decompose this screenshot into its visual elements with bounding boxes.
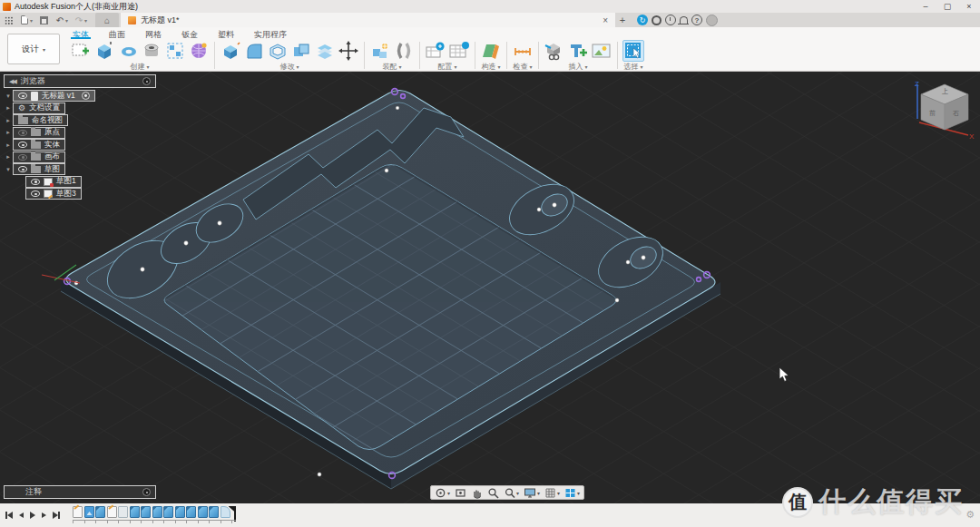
sketch1-label[interactable]: 草图1 bbox=[56, 176, 76, 187]
close-button[interactable]: × bbox=[958, 0, 980, 13]
tree-row-sketch1[interactable]: 草图1 bbox=[4, 176, 95, 189]
notifications-bell-icon[interactable] bbox=[680, 16, 688, 24]
canvases-visibility-eye-icon[interactable] bbox=[18, 154, 27, 161]
canvases-label[interactable]: 画布 bbox=[44, 151, 60, 162]
insert-image-button[interactable] bbox=[591, 40, 612, 62]
pattern-button[interactable] bbox=[164, 40, 186, 62]
document-settings-label[interactable]: 文档设置 bbox=[29, 102, 60, 113]
insert-mesh-button[interactable] bbox=[567, 40, 589, 62]
job-status-icon[interactable]: ↻ bbox=[637, 15, 648, 25]
tree-row-sketches[interactable]: ▾ 草图 bbox=[4, 163, 95, 176]
pan-button[interactable] bbox=[471, 487, 483, 499]
timeline-play-button[interactable] bbox=[30, 512, 35, 519]
expand-icon[interactable]: ▸ bbox=[4, 129, 13, 136]
timeline-step-forward-button[interactable] bbox=[42, 512, 46, 518]
split-body-button[interactable] bbox=[314, 40, 336, 62]
timeline-go-to-end-button[interactable] bbox=[53, 512, 60, 519]
derive-button[interactable] bbox=[544, 40, 565, 62]
help-icon[interactable]: ? bbox=[691, 15, 702, 25]
modeling-viewport[interactable]: ◀◀ 浏览器 ▾ 无标题 v1 ▸ ⚙ 文档设置 ▸ 命名视图 bbox=[0, 72, 980, 503]
group-insert-label[interactable]: 插入▾ bbox=[568, 62, 587, 72]
tab-utilities[interactable]: 实用程序 bbox=[252, 29, 289, 39]
named-views-label[interactable]: 命名视图 bbox=[32, 115, 63, 126]
document-tab-close-icon[interactable]: × bbox=[603, 15, 608, 25]
form-button[interactable] bbox=[188, 40, 210, 62]
timeline-item-extrude[interactable] bbox=[186, 506, 196, 518]
new-tab-button[interactable]: + bbox=[615, 14, 630, 26]
create-sketch-button[interactable] bbox=[70, 40, 92, 62]
offline-status-icon[interactable] bbox=[652, 15, 662, 25]
group-modify-label[interactable]: 修改▾ bbox=[279, 62, 299, 72]
redo-caret-icon[interactable]: ▾ bbox=[84, 17, 90, 24]
group-create-label[interactable]: 创建▾ bbox=[130, 62, 149, 72]
browser-panel-header[interactable]: ◀◀ 浏览器 bbox=[4, 74, 156, 88]
extrude-button[interactable] bbox=[93, 40, 115, 62]
tree-row-canvases[interactable]: ▸ 画布 bbox=[4, 151, 95, 164]
document-tab[interactable]: 无标题 v1* × bbox=[121, 13, 615, 27]
expand-icon[interactable]: ▸ bbox=[4, 117, 13, 124]
tab-sheetmetal[interactable]: 钣金 bbox=[180, 29, 200, 39]
expand-icon[interactable]: ▸ bbox=[4, 153, 13, 161]
comments-panel-header[interactable]: 注释 bbox=[4, 485, 156, 499]
tab-plastic[interactable]: 塑料 bbox=[216, 29, 236, 39]
timeline-item-extrude[interactable] bbox=[198, 506, 208, 518]
root-label[interactable]: 无标题 v1 bbox=[42, 91, 75, 102]
bodies-visibility-eye-icon[interactable] bbox=[18, 142, 27, 148]
workspace-selector-design[interactable]: 设计▾ bbox=[7, 34, 60, 64]
grid-snap-button[interactable]: ▾ bbox=[544, 487, 560, 499]
root-visibility-eye-icon[interactable] bbox=[18, 93, 27, 99]
origin-visibility-eye-icon[interactable] bbox=[18, 130, 27, 136]
view-cube[interactable]: Z X 上 前 右 bbox=[912, 79, 977, 141]
save-button[interactable] bbox=[35, 14, 52, 26]
new-component-button[interactable] bbox=[369, 40, 391, 62]
expand-icon[interactable]: ▸ bbox=[4, 142, 13, 149]
user-avatar[interactable] bbox=[706, 15, 718, 26]
sketch1-visibility-eye-icon[interactable] bbox=[31, 179, 40, 185]
display-settings-button[interactable]: ▾ bbox=[524, 487, 540, 499]
expand-icon[interactable]: ▸ bbox=[4, 104, 13, 112]
timeline-item-sketch[interactable] bbox=[73, 506, 83, 518]
timeline-go-to-start-button[interactable] bbox=[5, 512, 13, 519]
sketches-label[interactable]: 草图 bbox=[44, 164, 60, 175]
sketches-visibility-eye-icon[interactable] bbox=[18, 166, 27, 172]
tree-row-document-settings[interactable]: ▸ ⚙ 文档设置 bbox=[4, 102, 95, 115]
timeline-item-extrude[interactable] bbox=[175, 506, 185, 518]
group-configure-label[interactable]: 配置▾ bbox=[437, 62, 456, 72]
recent-activity-icon[interactable] bbox=[665, 15, 676, 25]
app-grid-icon[interactable] bbox=[0, 14, 16, 26]
orbit-button[interactable]: ▾ bbox=[435, 487, 450, 499]
group-assemble-label[interactable]: 装配▾ bbox=[382, 62, 401, 72]
zoom-button[interactable] bbox=[487, 487, 499, 499]
tree-row-named-views[interactable]: ▸ 命名视图 bbox=[4, 114, 95, 127]
timeline-item-extrude[interactable] bbox=[163, 506, 173, 518]
zoom-window-button[interactable]: ▾ bbox=[504, 487, 519, 499]
joint-button[interactable] bbox=[393, 40, 415, 62]
home-tab-button[interactable]: ⌂ bbox=[95, 13, 119, 27]
timeline-item-canvas[interactable] bbox=[84, 506, 94, 518]
expand-icon[interactable]: ▾ bbox=[4, 166, 13, 173]
viewports-button[interactable]: ▾ bbox=[564, 487, 580, 499]
timeline-item-sketch[interactable] bbox=[107, 506, 117, 518]
select-button[interactable] bbox=[622, 40, 644, 62]
timeline-item-extrude[interactable] bbox=[209, 506, 219, 518]
timeline-item-extrude[interactable] bbox=[95, 506, 105, 518]
fillet-button[interactable] bbox=[243, 40, 265, 62]
configuration-table-button[interactable] bbox=[448, 40, 470, 62]
maximize-button[interactable]: ▢ bbox=[936, 0, 958, 13]
sketch3-visibility-eye-icon[interactable] bbox=[31, 190, 40, 197]
combine-button[interactable] bbox=[290, 40, 312, 62]
tree-row-sketch3[interactable]: 草图3 bbox=[4, 188, 95, 200]
timeline-item-extrude[interactable] bbox=[141, 506, 151, 518]
revolve-button[interactable] bbox=[117, 40, 139, 62]
configure-button[interactable] bbox=[425, 40, 446, 62]
minimize-button[interactable]: – bbox=[915, 0, 936, 13]
tab-mesh[interactable]: 网格 bbox=[143, 29, 163, 39]
comments-options-icon[interactable] bbox=[142, 488, 151, 496]
origin-label[interactable]: 原点 bbox=[44, 127, 60, 138]
bodies-label[interactable]: 实体 bbox=[44, 140, 60, 151]
tree-row-root[interactable]: ▾ 无标题 v1 bbox=[4, 90, 95, 102]
browser-collapse-icon[interactable]: ◀◀ bbox=[9, 78, 15, 85]
group-inspect-label[interactable]: 检查▾ bbox=[513, 62, 532, 72]
timeline-item-extrude[interactable] bbox=[130, 506, 140, 518]
tree-row-bodies[interactable]: ▸ 实体 bbox=[4, 139, 95, 151]
